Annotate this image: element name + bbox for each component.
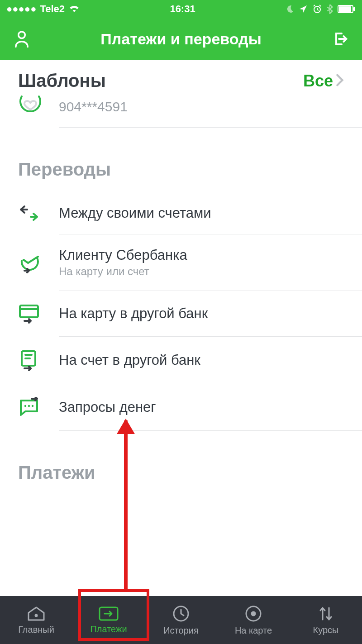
app-header: Платежи и переводы — [0, 18, 362, 60]
chevron-right-icon — [336, 72, 344, 91]
transfer-other-card[interactable]: На карту в другой банк — [0, 291, 362, 336]
chat-request-icon — [18, 397, 50, 418]
item-title: На карту в другой банк — [59, 305, 208, 322]
sber-heart-icon — [18, 95, 50, 119]
sber-logo-icon — [18, 252, 50, 273]
status-bar: ●●●●● Tele2 16:31 — [0, 0, 362, 18]
tab-label: На карте — [235, 625, 272, 636]
signal-dots-icon: ●●●●● — [6, 3, 36, 15]
item-title: Между своими счетами — [59, 205, 211, 221]
svg-point-17 — [252, 612, 255, 615]
logout-button[interactable] — [331, 31, 349, 47]
swap-icon — [18, 205, 50, 221]
page-title: Платежи и переводы — [31, 30, 331, 48]
templates-header: Шаблоны Все — [0, 60, 362, 91]
template-item[interactable]: 904***4591 — [0, 91, 362, 127]
item-subtitle: На карту или счет — [59, 265, 187, 278]
svg-point-4 — [19, 32, 25, 38]
transfers-header: Переводы — [0, 128, 362, 180]
payments-icon — [98, 606, 119, 621]
wifi-icon — [68, 3, 80, 15]
tab-payments[interactable]: Платежи — [72, 596, 145, 644]
tab-rates[interactable]: Курсы — [290, 596, 362, 644]
moon-icon — [285, 5, 294, 14]
tab-label: История — [163, 625, 199, 636]
carrier-label: Tele2 — [40, 3, 65, 15]
svg-point-13 — [35, 615, 37, 616]
history-icon — [172, 605, 190, 623]
tab-home[interactable]: Главный — [0, 596, 72, 644]
item-title: Запросы денег — [59, 399, 156, 415]
transfer-other-account[interactable]: На счет в другой банк — [0, 337, 362, 384]
card-out-icon — [18, 304, 50, 324]
content-scroll[interactable]: Шаблоны Все 904***4591 Переводы — [0, 60, 362, 596]
svg-rect-5 — [20, 305, 38, 317]
status-right — [285, 4, 356, 14]
transfer-sber-client[interactable]: Клиенту Сбербанка На карту или счет — [0, 234, 362, 291]
status-time: 16:31 — [80, 3, 285, 15]
transfer-own-accounts[interactable]: Между своими счетами — [0, 192, 362, 234]
tab-map[interactable]: На карте — [217, 596, 290, 644]
svg-point-11 — [28, 405, 30, 407]
transfer-money-request[interactable]: Запросы денег — [0, 384, 362, 430]
template-phone: 904***4591 — [50, 99, 128, 114]
transfers-list: Между своими счетами Клиенту Сбербанка Н… — [0, 180, 362, 431]
svg-point-12 — [32, 405, 33, 407]
tab-history[interactable]: История — [145, 596, 217, 644]
account-out-icon — [18, 349, 50, 371]
templates-title: Шаблоны — [18, 71, 106, 91]
svg-rect-2 — [339, 6, 351, 12]
profile-button[interactable] — [13, 30, 31, 48]
item-title: На счет в другой банк — [59, 352, 200, 368]
tab-bar: Главный Платежи История На карте Курсы — [0, 596, 362, 644]
transfers-title: Переводы — [18, 159, 111, 180]
status-left: ●●●●● Tele2 — [6, 3, 80, 15]
tab-label: Главный — [18, 625, 54, 635]
location-icon — [299, 5, 308, 14]
tab-label: Платежи — [90, 624, 127, 634]
battery-icon — [338, 5, 356, 13]
map-pin-icon — [244, 605, 262, 623]
tab-label: Курсы — [313, 625, 339, 635]
item-title: Клиенту Сбербанка — [59, 247, 187, 263]
alarm-icon — [312, 4, 322, 14]
rates-icon — [318, 605, 334, 622]
svg-rect-3 — [353, 7, 355, 11]
payments-header: Платежи — [0, 431, 362, 483]
svg-point-10 — [24, 405, 26, 407]
all-label: Все — [303, 72, 333, 91]
bluetooth-icon — [327, 4, 333, 14]
home-icon — [27, 606, 46, 622]
templates-all-link[interactable]: Все — [303, 72, 344, 91]
payments-title: Платежи — [18, 463, 95, 483]
